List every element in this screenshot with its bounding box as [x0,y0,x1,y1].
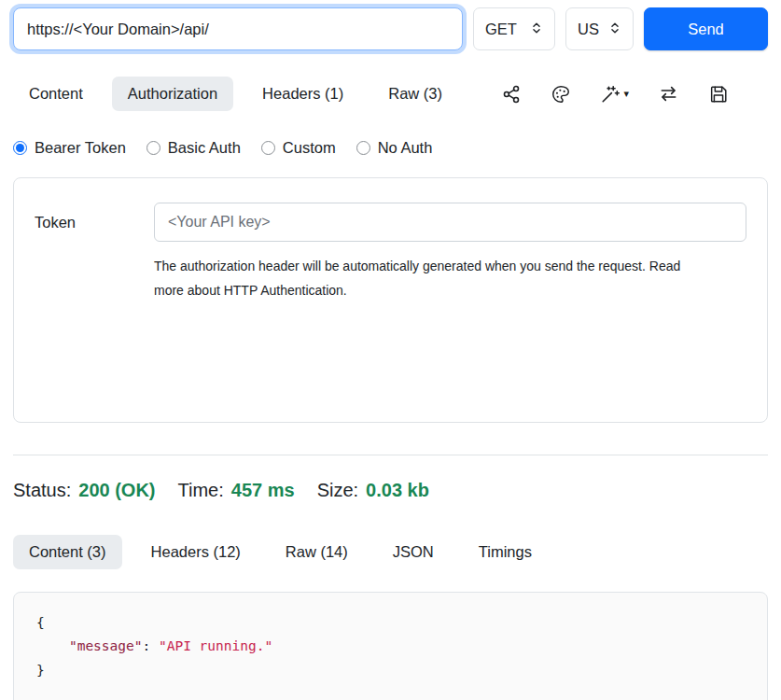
radio-unchecked-icon [261,141,275,155]
token-label: Token [35,214,154,231]
method-select[interactable]: GET [473,7,555,50]
auth-option-label: Custom [283,139,336,157]
url-input[interactable] [13,7,463,50]
region-select[interactable]: US [565,7,634,50]
token-row: Token [35,203,746,242]
request-tab-raw[interactable]: Raw (3) [372,77,458,111]
region-select-value: US [578,21,599,38]
time-label: Time: [178,480,224,501]
json-separator: : [143,638,159,653]
auth-option-label: No Auth [378,139,433,157]
share-icon[interactable] [501,84,522,105]
time-value: 457 ms [231,480,295,501]
section-divider [13,455,768,455]
auth-help-text: The authorization header will be automat… [154,255,714,303]
auth-option-label: Bearer Token [35,139,126,157]
json-close-brace: } [36,663,45,678]
response-body: { "message": "API running." } [13,592,768,700]
api-tester-app: GET US Send Content Authorization Header… [0,0,781,700]
auth-option-bearer-token[interactable]: Bearer Token [13,139,126,157]
response-tabs: Content (3) Headers (12) Raw (14) JSON T… [13,535,768,569]
auth-option-no-auth[interactable]: No Auth [356,139,433,157]
token-input[interactable] [154,203,746,242]
request-toolbar: ▾ [501,83,768,105]
request-tab-headers[interactable]: Headers (1) [246,77,359,111]
status-value: 200 (OK) [78,480,155,501]
request-tabs: Content Authorization Headers (1) Raw (3… [13,77,458,111]
json-key: "message" [69,638,143,653]
auth-type-options: Bearer Token Basic Auth Custom No Auth [13,139,768,157]
palette-icon[interactable] [551,84,571,105]
auth-option-label: Basic Auth [168,139,241,157]
request-tab-authorization[interactable]: Authorization [112,77,233,111]
size-value: 0.03 kb [366,480,429,501]
json-string-value: "API running." [159,638,272,653]
radio-checked-icon [13,141,27,155]
request-bar: GET US Send [13,7,768,50]
response-tab-timings[interactable]: Timings [463,535,548,569]
chevron-expand-icon [530,21,543,38]
method-select-value: GET [485,21,517,38]
json-open-brace: { [36,615,45,630]
radio-unchecked-icon [356,141,370,155]
chevron-expand-icon [608,21,621,38]
chevron-down-icon: ▾ [623,89,629,99]
status-label: Status: [13,480,71,501]
auth-panel: Token The authorization header will be a… [13,177,768,423]
request-tab-content[interactable]: Content [13,77,99,111]
response-tab-content[interactable]: Content (3) [13,535,122,569]
save-icon[interactable] [708,84,729,105]
auth-option-custom[interactable]: Custom [261,139,336,157]
response-tab-json[interactable]: JSON [377,535,450,569]
auth-option-basic-auth[interactable]: Basic Auth [146,139,241,157]
response-tab-headers[interactable]: Headers (12) [135,535,257,569]
response-summary: Status: 200 (OK) Time: 457 ms Size: 0.03… [13,480,768,501]
magic-wand-icon[interactable]: ▾ [600,84,629,105]
size-label: Size: [317,480,358,501]
send-button[interactable]: Send [644,7,768,50]
request-tabs-row: Content Authorization Headers (1) Raw (3… [13,77,768,111]
response-tab-raw[interactable]: Raw (14) [270,535,364,569]
swap-arrows-icon[interactable] [658,83,679,105]
radio-unchecked-icon [146,141,160,155]
json-indent [36,638,69,653]
